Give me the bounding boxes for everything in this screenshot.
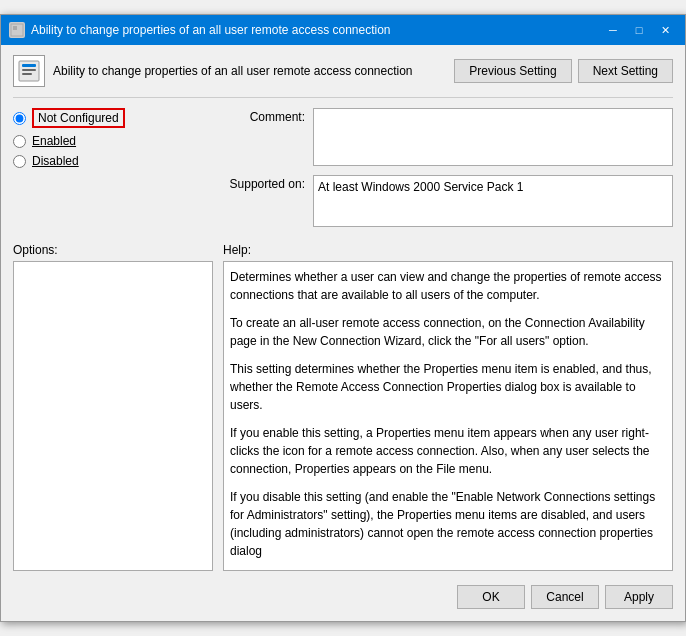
- title-bar-left: Ability to change properties of an all u…: [9, 22, 391, 38]
- comment-row: Comment:: [223, 108, 673, 169]
- comment-label: Comment:: [223, 108, 313, 124]
- help-area: Help: Determines whether a user can view…: [223, 243, 673, 571]
- radio-enabled[interactable]: Enabled: [13, 134, 213, 148]
- window-content: Ability to change properties of an all u…: [1, 45, 685, 621]
- svg-rect-4: [22, 69, 36, 71]
- header-title: Ability to change properties of an all u…: [53, 64, 413, 78]
- close-button[interactable]: ✕: [653, 21, 677, 39]
- help-para-2: To create an all-user remote access conn…: [230, 314, 666, 350]
- window-icon: [9, 22, 25, 38]
- svg-rect-1: [13, 26, 17, 30]
- options-area: Options:: [13, 243, 213, 571]
- help-text-box[interactable]: Determines whether a user can view and c…: [223, 261, 673, 571]
- header-left: Ability to change properties of an all u…: [13, 55, 454, 87]
- supported-row: Supported on: At least Windows 2000 Serv…: [223, 175, 673, 227]
- not-configured-label: Not Configured: [32, 108, 125, 128]
- radio-group: Not Configured Enabled Disabled: [13, 108, 213, 168]
- title-bar-controls: ─ □ ✕: [601, 21, 677, 39]
- enabled-label: Enabled: [32, 134, 76, 148]
- next-setting-button[interactable]: Next Setting: [578, 59, 673, 83]
- supported-label: Supported on:: [223, 175, 313, 191]
- header-buttons: Previous Setting Next Setting: [454, 59, 673, 83]
- svg-rect-5: [22, 73, 32, 75]
- title-bar: Ability to change properties of an all u…: [1, 15, 685, 45]
- disabled-label: Disabled: [32, 154, 79, 168]
- cancel-button[interactable]: Cancel: [531, 585, 599, 609]
- supported-value-box: At least Windows 2000 Service Pack 1: [313, 175, 673, 227]
- supported-wrap: At least Windows 2000 Service Pack 1: [313, 175, 673, 227]
- radio-not-configured[interactable]: Not Configured: [13, 108, 213, 128]
- supported-value: At least Windows 2000 Service Pack 1: [318, 180, 523, 194]
- help-para-3: This setting determines whether the Prop…: [230, 360, 666, 414]
- footer: OK Cancel Apply: [13, 575, 673, 609]
- comment-wrap: [313, 108, 673, 169]
- help-label: Help:: [223, 243, 673, 257]
- help-para-4: If you enable this setting, a Properties…: [230, 424, 666, 478]
- svg-rect-3: [22, 64, 36, 67]
- bottom-section: Options: Help: Determines whether a user…: [13, 243, 673, 571]
- help-para-5: If you disable this setting (and enable …: [230, 488, 666, 560]
- main-window: Ability to change properties of an all u…: [0, 14, 686, 622]
- header-section: Ability to change properties of an all u…: [13, 55, 673, 98]
- window-title: Ability to change properties of an all u…: [31, 23, 391, 37]
- apply-button[interactable]: Apply: [605, 585, 673, 609]
- right-panel: Comment: Supported on: At least Windows …: [223, 108, 673, 233]
- radio-not-configured-input[interactable]: [13, 112, 26, 125]
- minimize-button[interactable]: ─: [601, 21, 625, 39]
- maximize-button[interactable]: □: [627, 21, 651, 39]
- ok-button[interactable]: OK: [457, 585, 525, 609]
- options-label: Options:: [13, 243, 213, 257]
- comment-input[interactable]: [313, 108, 673, 166]
- options-box: [13, 261, 213, 571]
- help-para-1: Determines whether a user can view and c…: [230, 268, 666, 304]
- policy-icon-box: [13, 55, 45, 87]
- main-area: Not Configured Enabled Disabled Comm: [13, 108, 673, 233]
- previous-setting-button[interactable]: Previous Setting: [454, 59, 571, 83]
- radio-disabled-input[interactable]: [13, 155, 26, 168]
- radio-disabled[interactable]: Disabled: [13, 154, 213, 168]
- radio-enabled-input[interactable]: [13, 135, 26, 148]
- left-panel: Not Configured Enabled Disabled: [13, 108, 213, 233]
